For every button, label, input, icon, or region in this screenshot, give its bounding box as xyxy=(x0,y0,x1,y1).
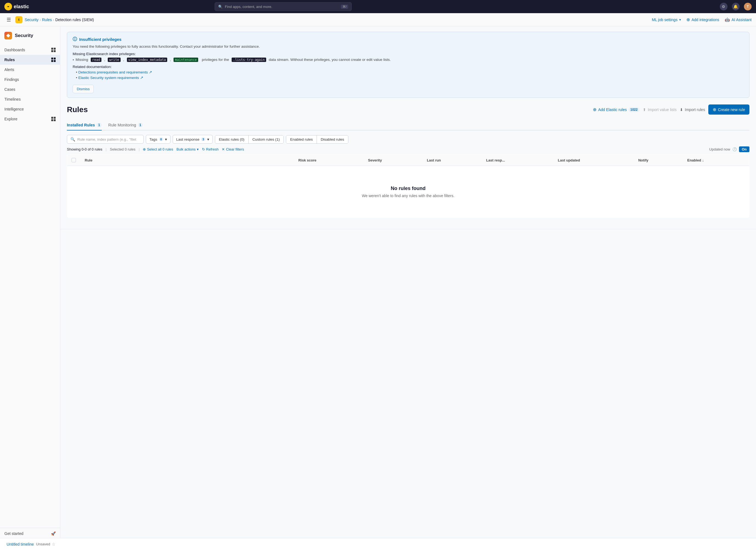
custom-rules-toggle[interactable]: Custom rules (1) xyxy=(248,135,284,143)
alert-title: ⓘ Insufficient privileges xyxy=(73,36,744,42)
breadcrumb-rules[interactable]: Rules xyxy=(42,18,52,22)
tags-chevron-icon: ▾ xyxy=(165,137,167,141)
clock-icon: 🕐 xyxy=(732,147,737,151)
apps-icon xyxy=(51,48,56,52)
tab-installed-rules[interactable]: Installed Rules 1 xyxy=(67,120,102,131)
tags-filter[interactable]: Tags 0 ▾ xyxy=(146,135,170,144)
help-icon[interactable]: ⚙ xyxy=(720,3,727,10)
add-integrations-label: Add integrations xyxy=(692,18,719,22)
sidebar-header: Security xyxy=(0,26,60,43)
search-input-placeholder: Rule name, index pattern (e.g., "filet xyxy=(77,137,136,141)
enabled-rules-toggle[interactable]: Enabled rules xyxy=(286,135,317,143)
refresh-icon: ↻ xyxy=(202,147,205,151)
select-all-checkbox-header[interactable] xyxy=(67,155,81,166)
tab-rule-monitoring[interactable]: Rule Monitoring 1 xyxy=(108,120,143,131)
filters-row: 🔍 Rule name, index pattern (e.g., "filet… xyxy=(67,135,749,144)
elastic-security-requirements-link[interactable]: Elastic Security system requirements ↗ xyxy=(78,75,143,80)
sidebar-item-intelligence[interactable]: Intelligence xyxy=(0,104,60,114)
bulk-actions-button[interactable]: Bulk actions ▾ xyxy=(177,147,199,151)
sidebar-item-cases[interactable]: Cases xyxy=(0,84,60,94)
last-response-filter[interactable]: Last response 3 ▾ xyxy=(173,135,213,144)
sidebar-item-explore-label: Explore xyxy=(4,117,51,121)
table-header-notify: Notify xyxy=(634,155,683,166)
breadcrumb-detection-rules[interactable]: Detection rules (SIEM) xyxy=(55,18,94,22)
sidebar-item-alerts-label: Alerts xyxy=(4,67,56,72)
star-icon[interactable]: ☆ xyxy=(52,542,55,547)
select-all-link[interactable]: ⊕ Select all 0 rules xyxy=(143,147,173,151)
ml-job-settings[interactable]: ML job settings ▾ xyxy=(652,18,681,22)
alert-privilege-bullet: Missing read , write , view_index_metada… xyxy=(73,58,744,62)
disabled-rules-toggle[interactable]: Disabled rules xyxy=(317,135,348,143)
detections-prerequisites-link[interactable]: Detections prerequisites and requirement… xyxy=(78,70,152,74)
showing-count: Showing 0-0 of 0 rules xyxy=(67,147,102,151)
section-divider xyxy=(60,229,756,229)
alert-section-title: Missing Elasticsearch index privileges: xyxy=(73,52,744,56)
clear-filters-button[interactable]: ✕ Clear filters xyxy=(222,147,244,151)
plus-circle-icon: ⊕ xyxy=(593,107,596,112)
last-response-count: 3 xyxy=(201,137,205,141)
sidebar-item-rules[interactable]: Rules xyxy=(0,55,60,65)
import-rules-button[interactable]: ⬇ Import rules xyxy=(680,107,705,112)
ai-assistant[interactable]: 🤖 AI Assistant xyxy=(725,17,752,22)
info-icon: ⓘ xyxy=(73,36,77,42)
privilege-view-index-metadata: view_index_metadata xyxy=(127,58,167,62)
tags-count: 0 xyxy=(159,137,163,141)
t-badge[interactable]: t xyxy=(15,16,22,23)
main-content: ⓘ Insufficient privileges You need the f… xyxy=(60,26,756,550)
create-new-rule-button[interactable]: ⊕ Create new rule xyxy=(708,104,749,115)
elastic-logo-icon xyxy=(4,3,12,10)
header-checkbox[interactable] xyxy=(72,158,76,162)
table-header-last-run: Last run xyxy=(422,155,482,166)
clear-icon: ✕ xyxy=(222,147,225,151)
elastic-logo-text: elastic xyxy=(14,4,29,10)
sort-desc-icon: ↓ xyxy=(702,158,704,162)
top-navigation: elastic 🔍 Find apps, content, and more. … xyxy=(0,0,756,13)
data-stream-name: .lists-try-again xyxy=(232,58,266,62)
notifications-icon[interactable]: 🔔 xyxy=(732,3,740,10)
sidebar-item-rules-label: Rules xyxy=(4,58,51,62)
apps-icon-rules xyxy=(51,58,56,62)
privilege-maintenance: maintenance xyxy=(174,58,198,62)
search-shortcut: ⌘/ xyxy=(341,5,348,9)
external-link-icon-1: ↗ xyxy=(149,70,152,74)
elastic-rules-toggle[interactable]: Elastic rules (0) xyxy=(215,135,248,143)
add-elastic-rules-button[interactable]: ⊕ Add Elastic rules 1022 xyxy=(593,107,640,112)
empty-title: No rules found xyxy=(77,186,739,191)
sidebar-item-explore[interactable]: Explore xyxy=(0,114,60,124)
last-response-label: Last response xyxy=(176,137,200,141)
rule-search-input[interactable]: 🔍 Rule name, index pattern (e.g., "filet xyxy=(67,135,144,144)
sidebar-item-get-started[interactable]: Get started 🚀 xyxy=(0,528,60,539)
dot-separator-1: | xyxy=(106,147,106,151)
app-layout: Security Dashboards Rules Alerts Finding… xyxy=(0,26,756,550)
download-icon: ⬇ xyxy=(680,107,683,112)
empty-state-row: No rules found We weren't able to find a… xyxy=(67,166,749,218)
breadcrumb: Security › Rules › Detection rules (SIEM… xyxy=(25,18,94,22)
related-docs-title: Related documentation: xyxy=(73,65,744,69)
table-header: Rule Risk score Severity Last run Last r… xyxy=(67,155,749,166)
alert-description: You need the following privileges to ful… xyxy=(73,44,744,49)
sidebar-item-alerts[interactable]: Alerts xyxy=(0,65,60,75)
privilege-read: read xyxy=(91,58,101,62)
search-icon: 🔍 xyxy=(218,5,223,9)
sidebar-item-findings[interactable]: Findings xyxy=(0,75,60,84)
elastic-logo[interactable]: elastic xyxy=(4,3,29,10)
global-search[interactable]: 🔍 Find apps, content, and more. ⌘/ xyxy=(215,2,352,11)
sidebar-item-intelligence-label: Intelligence xyxy=(4,107,56,111)
rules-title: Rules xyxy=(67,105,88,114)
breadcrumb-security[interactable]: Security xyxy=(25,18,39,22)
add-integrations-icon: ⊕ xyxy=(686,17,690,22)
import-value-lists-button[interactable]: ⬆ Import value lists xyxy=(643,107,677,112)
privilege-write: write xyxy=(108,58,120,62)
sidebar-item-dashboards[interactable]: Dashboards xyxy=(0,45,60,55)
sidebar-item-timelines[interactable]: Timelines xyxy=(0,94,60,104)
ai-icon: 🤖 xyxy=(725,17,730,22)
ai-assistant-label: AI Assistant xyxy=(732,18,752,22)
hamburger-menu[interactable]: ☰ xyxy=(4,15,13,24)
table-header-enabled[interactable]: Enabled ↓ xyxy=(683,155,749,166)
user-avatar[interactable]: T xyxy=(744,3,752,10)
refresh-button[interactable]: ↻ Refresh xyxy=(202,147,219,151)
add-integrations[interactable]: ⊕ Add integrations xyxy=(686,17,719,22)
alert-title-text: Insufficient privileges xyxy=(79,37,121,42)
dismiss-button[interactable]: Dismiss xyxy=(73,85,94,93)
timeline-link[interactable]: Untitled timeline xyxy=(7,542,34,546)
